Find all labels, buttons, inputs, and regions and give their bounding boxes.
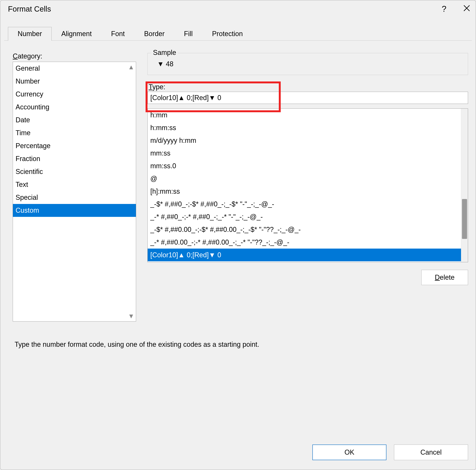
cancel-button[interactable]: Cancel (394, 445, 468, 460)
category-item[interactable]: General (13, 62, 136, 75)
format-code-item[interactable]: @ (148, 172, 461, 185)
tab-alignment[interactable]: Alignment (52, 27, 101, 41)
tab-number[interactable]: Number (8, 27, 52, 41)
sample-legend: Sample (151, 49, 178, 57)
format-code-item[interactable]: m/d/yyyy h:mm (148, 134, 461, 147)
tab-font[interactable]: Font (101, 27, 134, 41)
close-icon[interactable] (463, 5, 470, 13)
type-input[interactable] (148, 92, 468, 104)
dialog-footer: OK Cancel (0, 439, 476, 470)
format-code-item[interactable]: _-$* #,##0.00_-;-$* #,##0.00_-;_-$* "-"?… (148, 223, 461, 236)
tab-protection[interactable]: Protection (202, 27, 253, 41)
format-code-item[interactable]: _-* #,##0_-;-* #,##0_-;_-* "-"_-;_-@_- (148, 210, 461, 223)
category-item[interactable]: Number (13, 75, 136, 88)
category-item[interactable]: Text (13, 178, 136, 191)
scrollbar-thumb[interactable] (462, 199, 467, 239)
format-code-item[interactable]: h:mm:ss (148, 121, 461, 134)
scroll-down-icon[interactable]: ▼ (128, 312, 134, 320)
format-code-item[interactable]: _-$* #,##0_-;-$* #,##0_-;_-$* "-"_-;_-@_… (148, 198, 461, 210)
category-item[interactable]: Time (13, 126, 136, 139)
category-item[interactable]: Currency (13, 88, 136, 101)
ok-button[interactable]: OK (312, 445, 386, 460)
category-item[interactable]: Special (13, 191, 136, 204)
scroll-up-icon[interactable]: ▲ (128, 63, 134, 71)
category-item[interactable]: Scientific (13, 165, 136, 178)
format-code-item[interactable]: [h]:mm:ss (148, 185, 461, 198)
category-label: Category: (13, 52, 136, 60)
format-code-item[interactable]: _-* #,##0.00_-;-* #,##0.00_-;_-* "-"??_-… (148, 236, 461, 249)
sample-group: Sample ▼ 48 (148, 53, 468, 75)
delete-button[interactable]: Delete (421, 270, 468, 285)
category-item[interactable]: Custom (13, 204, 136, 217)
category-item[interactable]: Date (13, 114, 136, 126)
category-item[interactable]: Fraction (13, 152, 136, 165)
tab-fill[interactable]: Fill (174, 27, 202, 41)
category-item[interactable]: Accounting (13, 101, 136, 114)
help-icon[interactable]: ? (442, 4, 446, 14)
type-label: Type: (149, 83, 468, 91)
category-item[interactable]: Percentage (13, 139, 136, 152)
category-listbox[interactable]: GeneralNumberCurrencyAccountingDateTimeP… (13, 62, 136, 321)
format-code-item[interactable]: mm:ss (148, 147, 461, 159)
sample-value: ▼ 48 (153, 60, 462, 68)
tab-strip: Number Alignment Font Border Fill Protec… (8, 27, 476, 41)
format-cells-dialog: Format Cells ? Number Alignment Font Bor… (0, 0, 476, 470)
instruction-text: Type the number format code, using one o… (15, 341, 468, 348)
format-code-item[interactable]: [Color10]▲ 0;[Red]▼ 0 (148, 249, 461, 261)
titlebar: Format Cells ? (0, 0, 476, 16)
format-code-listbox[interactable]: h:mmh:mm:ssm/d/yyyy h:mmmm:ssmm:ss.0@[h]… (148, 108, 468, 262)
scrollbar[interactable] (461, 109, 468, 262)
dialog-title: Format Cells (8, 5, 51, 13)
tab-border[interactable]: Border (134, 27, 174, 41)
format-code-item[interactable]: mm:ss.0 (148, 159, 461, 172)
format-code-item[interactable]: h:mm (148, 109, 461, 121)
